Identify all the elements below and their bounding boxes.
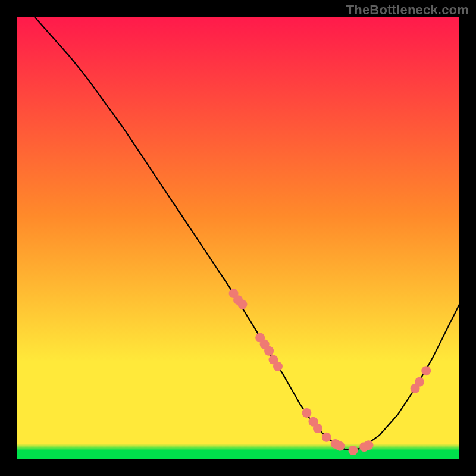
data-point [364,440,373,450]
svg-rect-0 [17,17,459,459]
chart-frame: TheBottleneck.com [0,0,476,476]
data-point [313,424,322,433]
data-point [322,433,331,442]
data-point [421,366,431,375]
data-point [237,300,247,309]
data-point [264,346,274,356]
data-point [335,441,345,451]
data-point [302,408,311,418]
data-point [273,362,283,371]
plot-area [17,17,459,459]
watermark-label: TheBottleneck.com [346,2,469,18]
chart-canvas [17,17,459,459]
data-point [348,446,358,455]
data-point [415,377,424,387]
